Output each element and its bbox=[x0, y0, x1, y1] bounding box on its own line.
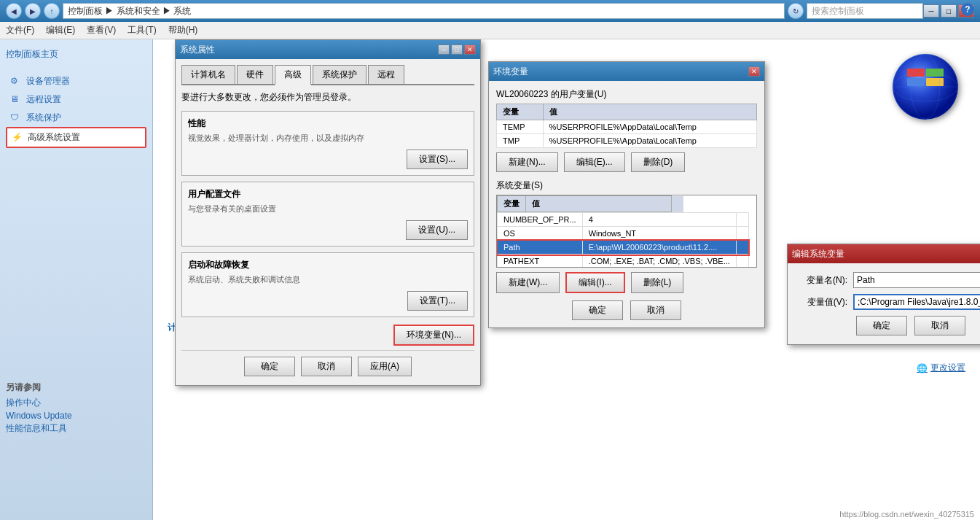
sidebar-item-advanced[interactable]: ⚡ 高级系统设置 bbox=[6, 127, 146, 148]
user-delete-btn[interactable]: 删除(D) bbox=[631, 152, 686, 172]
also-see-title: 另请参阅 bbox=[6, 381, 146, 394]
title-bar: ◀ ▶ ↑ 控制面板 ▶ 系统和安全 ▶ 系统 ↻ 搜索控制面板 ─ □ ✕ bbox=[0, 0, 980, 22]
search-placeholder: 搜索控制面板 bbox=[812, 6, 864, 16]
sys-var-value-4: .COM; .EXE; .BAT; .CMD; .VBS; .VBE... bbox=[582, 255, 736, 268]
sys-prop-controls: ─ □ ✕ bbox=[438, 44, 476, 55]
support-section: 电话号码: ThinkPad 800-990-8888 支持小时数: 9：00—… bbox=[168, 270, 965, 313]
menu-file[interactable]: 文件(F) bbox=[6, 24, 34, 36]
computer-fullname-value: WLB00663.jac.net bbox=[239, 354, 310, 366]
user-vars-title: WL20060223 的用户变量(U) bbox=[496, 88, 757, 101]
menu-view[interactable]: 查看(V) bbox=[87, 24, 116, 36]
computer-section-title: 计算机名称、域和工作组设置 bbox=[168, 322, 965, 334]
up-button[interactable]: ↑ bbox=[44, 3, 60, 19]
user-var-row-2[interactable]: TMP %USERPROFILE%\AppData\Local\Temp bbox=[497, 134, 757, 148]
tab-hardware[interactable]: 硬件 bbox=[237, 65, 273, 84]
sidebar-item-label-protect: 系统保护 bbox=[26, 112, 61, 124]
minimize-button[interactable]: ─ bbox=[923, 4, 939, 18]
sidebar-item-label-device: 设备管理器 bbox=[26, 75, 70, 88]
pad-4 bbox=[736, 255, 748, 268]
sys-col-name: 变量 bbox=[498, 196, 526, 212]
user-profile-desc: 与您登录有关的桌面设置 bbox=[188, 203, 468, 214]
support-hours-value: 9：00—18：00 bbox=[239, 285, 299, 298]
sys-var-name-2: OS bbox=[498, 227, 583, 241]
sys-var-value-1: 4 bbox=[582, 213, 736, 227]
computer-name-value: WLB00663 bbox=[239, 338, 282, 351]
support-hours-row: 支持小时数: 9：00—18：00 bbox=[168, 285, 965, 298]
user-vars-table: 变量 值 TEMP %USERPROFILE%\AppData\Local\Te… bbox=[496, 104, 757, 148]
maximize-button[interactable]: □ bbox=[941, 4, 957, 18]
globe-svg bbox=[893, 54, 958, 120]
user-profile-settings-btn[interactable]: 设置(U)... bbox=[406, 220, 468, 240]
user-edit-btn[interactable]: 编辑(E)... bbox=[564, 152, 625, 172]
tab-remote[interactable]: 远程 bbox=[368, 65, 404, 84]
user-new-btn[interactable]: 新建(N)... bbox=[496, 152, 558, 172]
sys-var-row-1[interactable]: NUMBER_OF_PR... 4 bbox=[498, 213, 749, 227]
sidebar-action-center[interactable]: 操作中心 bbox=[6, 397, 146, 409]
sys-var-row-3[interactable]: Path E:\app\WL20060223\product\11.2.... bbox=[498, 241, 749, 255]
address-bar[interactable]: 控制面板 ▶ 系统和安全 ▶ 系统 bbox=[63, 3, 785, 19]
windows-logo-area bbox=[893, 54, 958, 120]
system-vars-title: 系统变量(S) bbox=[496, 179, 757, 192]
computer-fullname-row: 计算机全名: WLB00663.jac.net bbox=[168, 354, 965, 366]
phone-row: 电话号码: ThinkPad 800-990-8888 bbox=[168, 270, 965, 282]
pad-3 bbox=[736, 241, 748, 255]
user-var-name-1: TEMP bbox=[497, 120, 544, 134]
user-var-name-2: TMP bbox=[497, 134, 544, 148]
edit-var-title-bar: 编辑系统变量 ✕ bbox=[788, 244, 980, 263]
sys-var-name-4: PATHEXT bbox=[498, 255, 583, 268]
change-settings-link[interactable]: 🌐 更改设置 bbox=[917, 362, 965, 374]
computer-name-label: 计算机名: bbox=[168, 338, 233, 351]
computer-name-row: 计算机名: WLB00663 bbox=[168, 338, 965, 351]
sys-prop-minimize[interactable]: ─ bbox=[438, 44, 450, 55]
sidebar-item-device[interactable]: ⚙ 设备管理器 bbox=[6, 72, 146, 90]
protect-icon: 🛡 bbox=[10, 112, 22, 124]
windows-globe bbox=[893, 54, 958, 120]
svg-rect-5 bbox=[907, 78, 925, 86]
sidebar-windows-update[interactable]: Windows Update bbox=[6, 411, 146, 421]
website-link[interactable]: 联机支持 bbox=[239, 300, 274, 313]
sidebar-main-link[interactable]: 控制面板主页 bbox=[6, 48, 146, 61]
nav-area: ◀ ▶ ↑ 控制面板 ▶ 系统和安全 ▶ 系统 ↻ 搜索控制面板 bbox=[6, 3, 923, 19]
user-vars-buttons: 新建(N)... 编辑(E)... 删除(D) bbox=[496, 152, 757, 172]
csdn-link[interactable]: https://blog.csdn.net/wexin_40275315 bbox=[834, 508, 980, 520]
user-var-row-1[interactable]: TEMP %USERPROFILE%\AppData\Local\Temp bbox=[497, 120, 757, 134]
menu-bar: 文件(F) 编辑(E) 查看(V) 工具(T) 帮助(H) ? bbox=[0, 22, 980, 39]
tab-advanced[interactable]: 高级 bbox=[275, 65, 311, 85]
menu-tools[interactable]: 工具(T) bbox=[128, 24, 156, 36]
system-info-section: 电话号码: ThinkPad 800-990-8888 支持小时数: 9：00—… bbox=[168, 270, 965, 381]
sys-var-row-2[interactable]: OS Windows_NT bbox=[498, 227, 749, 241]
search-bar[interactable]: 搜索控制面板 bbox=[807, 3, 923, 19]
sidebar-performance-info[interactable]: 性能信息和工具 bbox=[6, 422, 146, 435]
performance-settings-btn[interactable]: 设置(S)... bbox=[407, 150, 468, 169]
sidebar-item-protect[interactable]: 🛡 系统保护 bbox=[6, 109, 146, 127]
menu-edit[interactable]: 编辑(E) bbox=[46, 24, 75, 36]
forward-button[interactable]: ▶ bbox=[25, 3, 41, 19]
env-close[interactable]: ✕ bbox=[748, 66, 760, 77]
website-row: 网站: 联机支持 bbox=[168, 300, 965, 313]
system-vars-table: 变量 值 NUMBER_OF_PR... 4 bbox=[496, 195, 757, 268]
sys-prop-maximize[interactable]: □ bbox=[451, 44, 463, 55]
sys-var-name-1: NUMBER_OF_PR... bbox=[498, 213, 583, 227]
menu-help[interactable]: 帮助(H) bbox=[168, 24, 198, 36]
help-icon[interactable]: ? bbox=[961, 3, 974, 16]
computer-desc-row: 计算机描述: bbox=[168, 369, 965, 381]
sys-var-value-2: Windows_NT bbox=[582, 227, 736, 241]
sys-var-row-4[interactable]: PATHEXT .COM; .EXE; .BAT; .CMD; .VBS; .V… bbox=[498, 255, 749, 268]
svg-rect-3 bbox=[907, 69, 925, 77]
env-controls: ✕ bbox=[748, 66, 760, 77]
tab-system-protect[interactable]: 系统保护 bbox=[313, 65, 366, 84]
device-icon: ⚙ bbox=[10, 76, 22, 88]
sidebar: 控制面板主页 ⚙ 设备管理器 🖥 远程设置 🛡 系统保护 ⚡ 高级系统设置 另请… bbox=[0, 39, 153, 520]
tab-computer-name[interactable]: 计算机名 bbox=[181, 65, 235, 84]
refresh-button[interactable]: ↻ bbox=[788, 3, 804, 19]
back-button[interactable]: ◀ bbox=[6, 3, 22, 19]
sys-prop-close[interactable]: ✕ bbox=[464, 44, 476, 55]
admin-notice: 要进行大多数更改，您必须作为管理员登录。 bbox=[181, 91, 474, 104]
computer-fullname-label: 计算机全名: bbox=[168, 354, 233, 366]
sidebar-item-remote[interactable]: 🖥 远程设置 bbox=[6, 90, 146, 109]
user-var-value-2: %USERPROFILE%\AppData\Local\Temp bbox=[543, 134, 756, 148]
performance-desc: 视觉效果，处理器计划，内存使用，以及虚拟内存 bbox=[188, 133, 468, 144]
pad-2 bbox=[736, 227, 748, 241]
user-col-name: 变量 bbox=[497, 104, 544, 120]
svg-rect-6 bbox=[926, 78, 944, 86]
